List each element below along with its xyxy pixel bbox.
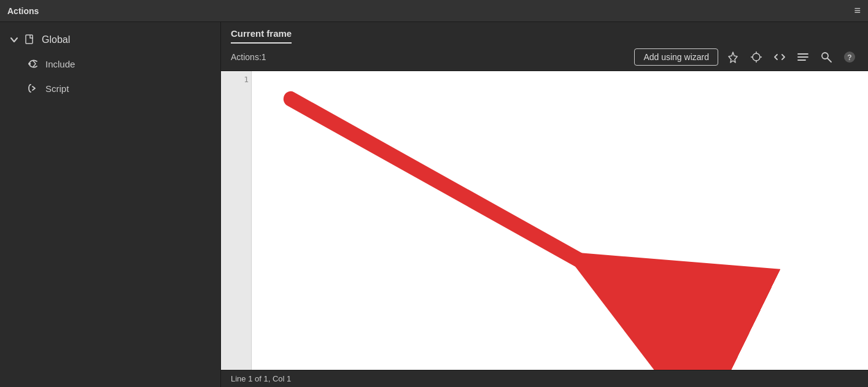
arrow-annotation bbox=[252, 71, 868, 370]
status-text: Line 1 of 1, Col 1 bbox=[231, 374, 291, 383]
add-wizard-button[interactable]: Add using wizard bbox=[634, 48, 718, 66]
script-icon bbox=[27, 82, 39, 94]
right-panel: Current frame Actions:1 Add using wizard bbox=[221, 22, 868, 387]
app-title: Actions bbox=[7, 6, 39, 16]
editor-content[interactable] bbox=[252, 71, 868, 370]
status-bar: Line 1 of 1, Col 1 bbox=[221, 370, 868, 387]
sidebar-item-script[interactable]: Script bbox=[0, 76, 220, 101]
editor-area[interactable]: 1 bbox=[221, 71, 868, 370]
svg-point-1 bbox=[28, 63, 31, 65]
sidebar: Global Include Script bbox=[0, 22, 221, 387]
code-icon[interactable] bbox=[771, 48, 788, 66]
line-number-1: 1 bbox=[223, 75, 249, 84]
sidebar-item-include-label: Include bbox=[45, 59, 75, 69]
sidebar-item-global[interactable]: Global bbox=[0, 28, 220, 52]
sidebar-item-include[interactable]: Include bbox=[0, 52, 220, 76]
file-icon bbox=[25, 34, 36, 45]
menu-icon[interactable]: ≡ bbox=[854, 4, 861, 17]
help-icon[interactable]: ? bbox=[841, 48, 858, 66]
svg-point-2 bbox=[753, 53, 760, 61]
main-content: Global Include Script bbox=[0, 22, 868, 387]
frame-title: Current frame bbox=[231, 28, 292, 44]
format-icon[interactable] bbox=[794, 48, 812, 66]
frame-header: Current frame bbox=[221, 22, 868, 44]
svg-rect-0 bbox=[26, 35, 33, 44]
search-icon[interactable] bbox=[818, 48, 835, 66]
top-bar: Actions ≡ bbox=[0, 0, 868, 22]
toolbar: Actions:1 Add using wizard bbox=[221, 44, 868, 71]
pin-icon[interactable] bbox=[724, 48, 742, 66]
sidebar-item-global-label: Global bbox=[42, 34, 70, 45]
line-numbers: 1 bbox=[221, 71, 252, 370]
actions-count: Actions:1 bbox=[231, 52, 628, 62]
crosshair-icon[interactable] bbox=[748, 48, 765, 66]
svg-line-15 bbox=[290, 99, 589, 266]
include-icon bbox=[27, 58, 39, 70]
svg-text:?: ? bbox=[847, 53, 851, 62]
svg-line-11 bbox=[827, 58, 831, 62]
sidebar-item-script-label: Script bbox=[45, 83, 69, 94]
chevron-down-icon bbox=[10, 36, 18, 44]
